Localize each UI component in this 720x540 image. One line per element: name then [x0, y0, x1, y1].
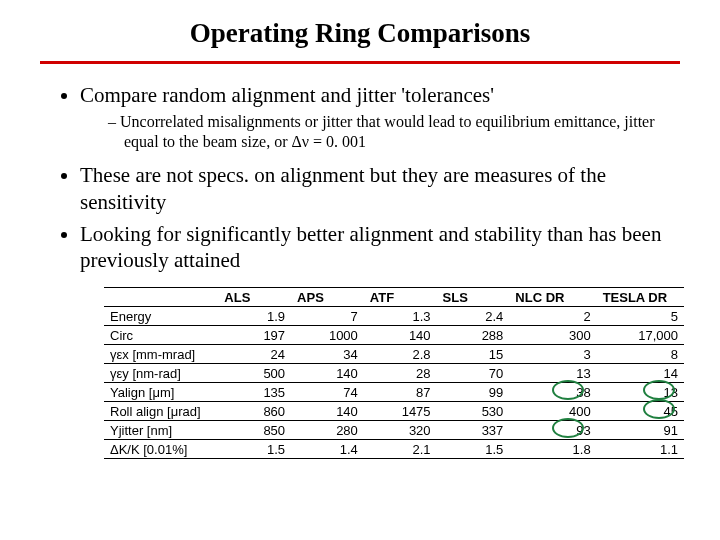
slide-title: Operating Ring Comparisons	[40, 18, 680, 49]
cell: 140	[291, 364, 364, 383]
th-aps: APS	[291, 288, 364, 307]
row-label: Yjitter [nm]	[104, 421, 218, 440]
cell: 70	[437, 364, 510, 383]
cell: 140	[291, 402, 364, 421]
cell: 5	[597, 307, 684, 326]
th-tesla-dr: TESLA DR	[597, 288, 684, 307]
cell: 530	[437, 402, 510, 421]
table-row: γεx [mm-mrad] 24 34 2.8 15 3 8	[104, 345, 684, 364]
cell: 135	[218, 383, 291, 402]
table-body: Energy 1.9 7 1.3 2.4 2 5 Circ 197 1000 1…	[104, 307, 684, 459]
cell: 1475	[364, 402, 437, 421]
cell: 34	[291, 345, 364, 364]
comparison-table-wrap: ALS APS ATF SLS NLC DR TESLA DR Energy 1…	[104, 287, 684, 459]
cell: 24	[218, 345, 291, 364]
cell: 300	[509, 326, 596, 345]
cell: 8	[597, 345, 684, 364]
cell: 1.5	[437, 440, 510, 459]
table-row: Yalign [μm] 135 74 87 99 38 13	[104, 383, 684, 402]
row-label: Circ	[104, 326, 218, 345]
cell: 91	[597, 421, 684, 440]
cell: 2	[509, 307, 596, 326]
bullet-list: Compare random alignment and jitter 'tol…	[60, 82, 680, 273]
cell: 337	[437, 421, 510, 440]
cell: 280	[291, 421, 364, 440]
bullet-0-text: Compare random alignment and jitter 'tol…	[80, 83, 494, 107]
row-label: γεy [nm-rad]	[104, 364, 218, 383]
cell: 2.1	[364, 440, 437, 459]
row-label: Yalign [μm]	[104, 383, 218, 402]
sub-bullet-list: Uncorrelated misalignments or jitter tha…	[108, 112, 670, 152]
cell: 99	[437, 383, 510, 402]
cell: 1.9	[218, 307, 291, 326]
cell: 38	[509, 383, 596, 402]
bullet-0: Compare random alignment and jitter 'tol…	[80, 82, 670, 152]
cell: 14	[597, 364, 684, 383]
table-header-row: ALS APS ATF SLS NLC DR TESLA DR	[104, 288, 684, 307]
th-blank	[104, 288, 218, 307]
bullet-2: Looking for significantly better alignme…	[80, 221, 670, 274]
cell: 1.3	[364, 307, 437, 326]
th-atf: ATF	[364, 288, 437, 307]
cell: 197	[218, 326, 291, 345]
table-row: Circ 197 1000 140 288 300 17,000	[104, 326, 684, 345]
title-underline	[40, 61, 680, 64]
cell: 15	[437, 345, 510, 364]
cell: 140	[364, 326, 437, 345]
cell: 1.5	[218, 440, 291, 459]
th-sls: SLS	[437, 288, 510, 307]
cell: 288	[437, 326, 510, 345]
cell: 13	[509, 364, 596, 383]
row-label: Roll align [μrad]	[104, 402, 218, 421]
bullet-1: These are not specs. on alignment but th…	[80, 162, 670, 215]
row-label: Energy	[104, 307, 218, 326]
cell: 1.4	[291, 440, 364, 459]
cell: 860	[218, 402, 291, 421]
table-row: ΔK/K [0.01%] 1.5 1.4 2.1 1.5 1.8 1.1	[104, 440, 684, 459]
table-row: Energy 1.9 7 1.3 2.4 2 5	[104, 307, 684, 326]
th-nlc-dr: NLC DR	[509, 288, 596, 307]
cell: 7	[291, 307, 364, 326]
cell: 400	[509, 402, 596, 421]
cell: 2.8	[364, 345, 437, 364]
cell: 13	[597, 383, 684, 402]
cell: 320	[364, 421, 437, 440]
cell: 17,000	[597, 326, 684, 345]
row-label: γεx [mm-mrad]	[104, 345, 218, 364]
sub-bullet-0: Uncorrelated misalignments or jitter tha…	[108, 112, 670, 152]
cell: 2.4	[437, 307, 510, 326]
cell: 3	[509, 345, 596, 364]
comparison-table: ALS APS ATF SLS NLC DR TESLA DR Energy 1…	[104, 287, 684, 459]
sub-bullet-0-text: Uncorrelated misalignments or jitter tha…	[120, 113, 655, 150]
cell: 850	[218, 421, 291, 440]
cell: 1000	[291, 326, 364, 345]
row-label: ΔK/K [0.01%]	[104, 440, 218, 459]
table-row: Roll align [μrad] 860 140 1475 530 400 4…	[104, 402, 684, 421]
cell: 74	[291, 383, 364, 402]
cell: 45	[597, 402, 684, 421]
table-row: Yjitter [nm] 850 280 320 337 93 91	[104, 421, 684, 440]
th-als: ALS	[218, 288, 291, 307]
cell: 500	[218, 364, 291, 383]
cell: 1.8	[509, 440, 596, 459]
cell: 93	[509, 421, 596, 440]
table-row: γεy [nm-rad] 500 140 28 70 13 14	[104, 364, 684, 383]
cell: 1.1	[597, 440, 684, 459]
cell: 87	[364, 383, 437, 402]
cell: 28	[364, 364, 437, 383]
